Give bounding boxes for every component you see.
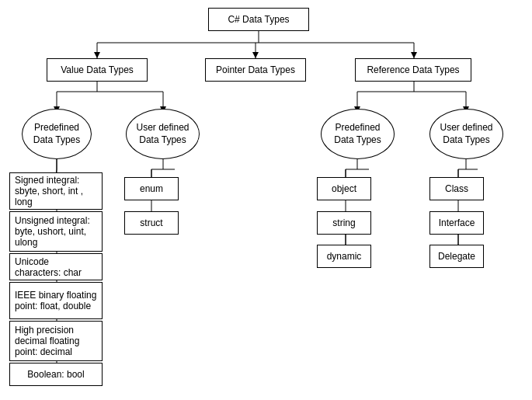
ref-predefined-node: Predefined Data Types bbox=[321, 109, 395, 159]
svg-marker-6 bbox=[252, 52, 259, 58]
pointer-node: Pointer Data Types bbox=[205, 58, 306, 82]
delegate-node: Delegate bbox=[429, 245, 484, 268]
diagram: C# Data Types Value Data Types Pointer D… bbox=[0, 0, 532, 400]
boolean-node: Boolean: bool bbox=[9, 363, 103, 386]
reference-node: Reference Data Types bbox=[355, 58, 471, 82]
enum-node: enum bbox=[124, 177, 179, 200]
struct-node: struct bbox=[124, 211, 179, 235]
unicode-node: Unicode characters: char bbox=[9, 253, 103, 280]
svg-marker-7 bbox=[411, 52, 417, 58]
string-node: string bbox=[317, 211, 371, 235]
svg-marker-5 bbox=[94, 52, 100, 58]
dynamic-node: dynamic bbox=[317, 245, 371, 268]
val-user-node: User defined Data Types bbox=[126, 109, 200, 159]
ref-user-node: User defined Data Types bbox=[429, 109, 503, 159]
ieee-node: IEEE binary floating point: float, doubl… bbox=[9, 282, 103, 319]
class-node: Class bbox=[429, 177, 484, 200]
interface-node: Interface bbox=[429, 211, 484, 235]
unsigned-node: Unsigned integral: byte, ushort, uint, u… bbox=[9, 211, 103, 252]
object-node: object bbox=[317, 177, 371, 200]
value-node: Value Data Types bbox=[47, 58, 148, 82]
decimal-node: High precision decimal floating point: d… bbox=[9, 321, 103, 361]
root-node: C# Data Types bbox=[208, 8, 309, 31]
val-predefined-node: Predefined Data Types bbox=[22, 109, 92, 159]
signed-node: Signed integral: sbyte, short, int , lon… bbox=[9, 172, 103, 210]
